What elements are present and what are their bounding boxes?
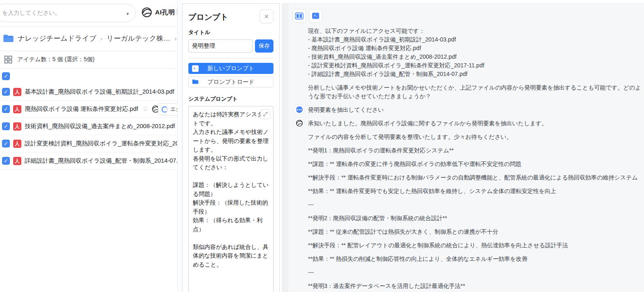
message-text: 現在、以下のファイルにアクセス可能です： - 基本設計書_廃熱回収ボイラ設備_初… [308,27,642,78]
breadcrumb-separator-icon: › [174,35,176,42]
ai-koumei-logo-icon [296,120,303,127]
chat-message: ●●● 現在、以下のファイルにアクセス可能です： - 基本設計書_廃熱回収ボイラ… [308,27,642,78]
file-list-scrollbar[interactable] [177,0,182,292]
loading-spinner-icon [162,106,168,113]
file-checkbox[interactable]: ✓ [2,122,10,130]
prompt-panel-title: プロンプト [188,9,228,23]
expand-icon[interactable]: ⤢ [260,109,270,119]
breadcrumb-item-company[interactable]: リーガルテック株… [107,34,170,43]
file-browser-panel: を入力してください。 ▼ AI孔明 | ナレッジチームドライブ › リーガルテッ… [0,0,182,292]
load-prompt-label: プロンプトロード [207,78,254,86]
chat-message: ●●● **課題：** 従来の配管設計では熱損失が大きく、制御系との連携が不十分 [308,228,642,236]
select-all-row: ✓ [0,69,182,83]
chat-scrollbar[interactable] [282,3,287,292]
chat-message: ●●● **解決手段：** 配管レイアウトの最適化と制御系統の統合により、熱伝達… [308,241,642,250]
file-name[interactable]: 詳細設計書_廃熱回収ボイラ設備_配管・制御系_2014-07.pdf [25,157,182,165]
message-text: **課題：** 従来の配管設計では熱損失が大きく、制御系との連携が不十分 [308,228,642,236]
chat-message: ●●● 分析したい議事メモや技術ノートをお聞かせいただくか、上記ファイルの内容か… [308,83,642,101]
load-prompt-button[interactable]: プロンプトロード [188,76,273,87]
pdf-file-icon: 人 [13,122,21,131]
chat-message: ●●● **効果：** 熱損失の削減と制御応答性の向上により、全体的なエネルギー… [308,255,642,263]
file-name[interactable]: 廃熱回収ボイラ設備 運転条件変更対応.pdf [25,105,138,113]
message-text: 承知いたしました。廃熱回収ボイラ設備に関するファイルから発明要素を抽出いたします… [308,119,642,128]
ai-koumei-logo-icon [141,7,152,18]
message-text: **解決手段：** 運転条件変更時における制御パラメータの自動調整機能と、配管系… [308,173,642,182]
message-text: --- [308,200,642,209]
grid-view-icon[interactable] [4,55,12,64]
file-checkbox[interactable]: ✓ [2,88,10,96]
new-prompt-label: 新しいプロンプト [207,65,254,72]
message-text: **解決手段：** 配管レイアウトの最適化と制御系統の統合により、熱伝達効率を向… [308,241,642,250]
chat-message: ●●● 承知いたしました。廃熱回収ボイラ設備に関するファイルから発明要素を抽出い… [308,119,642,128]
chat-message: ●●● --- [308,268,642,277]
divider [0,26,182,27]
message-text: --- [308,268,642,277]
close-icon[interactable]: × [259,9,273,23]
chat-message: ●●● **効果：** 運転条件変更時でも安定した熱回収効率を維持し、システム全… [308,187,642,195]
chat-bubble-icon: ●●● [296,106,303,113]
file-name[interactable]: 設計変更検討資料_廃熱回収ボイラ_運転条件変更対応_2017-11.pdf [25,140,182,147]
search-input[interactable]: を入力してください。 ▼ [0,4,136,22]
system-prompt-wrap: あなたは特許実務アシスタントです。 入力された議事メモや技術ノートから、発明の要… [188,106,273,292]
message-text: **発明1：廃熱回収ボイラの運転条件変更対応システム** [308,146,642,155]
star-icon[interactable]: ☆ [142,105,148,113]
file-checkbox[interactable]: ✓ [2,105,10,113]
item-count-label: アイテム数：5 個 (選択：5個) [17,56,95,63]
prompt-panel: プロンプト × タイトル 保存 >_ 新しいプロンプト プロンプトロード システ… [182,3,280,292]
chat-message: ●●● **発明3：過去案件データベースを活用した設計最適化手法** [308,282,642,290]
message-text: **効果：** 熱損失の削減と制御応答性の向上により、全体的なエネルギー効率を改… [308,255,642,263]
file-name[interactable]: 技術資料_廃熱回収設備_過去案件まとめ_2008-2012.pdf [25,122,175,130]
item-count-row: アイテム数：5 個 (選択：5個) [4,53,95,67]
chat-message: ●●● --- [308,200,642,209]
folder-icon [192,79,199,85]
pdf-file-icon: 人 [13,140,21,148]
message-text: **発明2：廃熱回収設備の配管・制御系統の統合設計** [308,214,642,223]
select-all-checkbox[interactable]: ✓ [2,72,10,80]
terminal-icon: >_ [312,13,319,19]
chat-message: ●●● **発明1：廃熱回収ボイラの運転条件変更対応システム** [308,146,642,155]
divider [0,51,182,51]
message-text: **課題：** 運転条件の変更に伴う廃熱回収ボイラの効率低下や運転不安定性の問題 [308,160,642,168]
system-prompt-textarea[interactable]: あなたは特許実務アシスタントです。 入力された議事メモや技術ノートから、発明の要… [188,106,273,292]
file-checkbox[interactable]: ✓ [2,140,10,147]
columns-icon [295,12,303,20]
breadcrumb: ナレッジチームドライブ › リーガルテック株… › IPG [3,31,182,46]
prompt-terminal-button[interactable]: >_ [309,9,322,23]
chat-message: ●●● **発明2：廃熱回収設備の配管・制御系統の統合設計** [308,214,642,223]
new-prompt-button[interactable]: >_ 新しいプロンプト [188,63,273,74]
message-text: 分析したい議事メモや技術ノートをお聞かせいただくか、上記ファイルの内容から発明要… [308,83,642,101]
save-button[interactable]: 保存 [255,39,273,53]
user-avatar: ●●● [294,104,305,115]
file-row[interactable]: ✓ 人 技術資料_廃熱回収設備_過去案件まとめ_2008-2012.pdf ☆ [0,118,182,135]
pdf-file-icon: 人 [13,88,21,96]
file-row[interactable]: ✓ 人 設計変更検討資料_廃熱回収ボイラ_運転条件変更対応_2017-11.pd… [0,135,182,152]
message-text: **発明3：過去案件データベースを活用した設計最適化手法** [308,282,642,290]
chat-message: ●●● ファイルの内容を分析して発明要素を整理いたします。少々お待ちください。 [308,133,642,141]
file-row[interactable]: ✓ 人 詳細設計書_廃熱回収ボイラ設備_配管・制御系_2014-07.pdf ☆ [0,152,182,170]
terminal-icon: >_ [192,65,199,72]
breadcrumb-item-drive[interactable]: ナレッジチームドライブ [18,34,96,43]
assistant-avatar [294,117,305,129]
chevron-down-icon[interactable]: ▼ [126,12,130,16]
pdf-file-icon: 人 [13,157,21,165]
prompt-panel-header: プロンプト × [188,9,273,23]
prompt-title-input[interactable] [188,39,253,53]
file-list: ✓ 人 基本設計書_廃熱回収ボイラ設備_初期設計_2014-03.pdf ☆ ✓… [0,83,182,170]
file-checkbox[interactable]: ✓ [2,157,10,165]
brand: AI孔明 [141,7,175,18]
split-view-button[interactable] [292,9,306,23]
dashed-divider [188,58,273,58]
search-row: を入力してください。 ▼ AI孔明 | [0,0,182,26]
title-field-label: タイトル [188,29,273,36]
pdf-file-icon: 人 [13,105,21,113]
breadcrumb-separator-icon: › [100,35,102,42]
file-row[interactable]: ✓ 人 廃熱回収ボイラ設備 運転条件変更対応.pdf ☆ エクスポート [0,101,182,118]
chat-message: ●●● 発明要素を抽出してください [308,106,642,114]
message-text: 発明要素を抽出してください [308,106,642,114]
chat-message: ●●● **解決手段：** 運転条件変更時における制御パラメータの自動調整機能と… [308,173,642,182]
folder-icon [3,34,14,43]
chat-panel: >_ ●●● 現在、以下のファイルにアクセス可能です： - 基本設計書_廃熱回収… [288,3,644,292]
file-name[interactable]: 基本設計書_廃熱回収ボイラ設備_初期設計_2014-03.pdf [25,88,174,96]
file-row[interactable]: ✓ 人 基本設計書_廃熱回収ボイラ設備_初期設計_2014-03.pdf ☆ [0,83,182,101]
chat-toolbar: >_ [288,4,644,23]
